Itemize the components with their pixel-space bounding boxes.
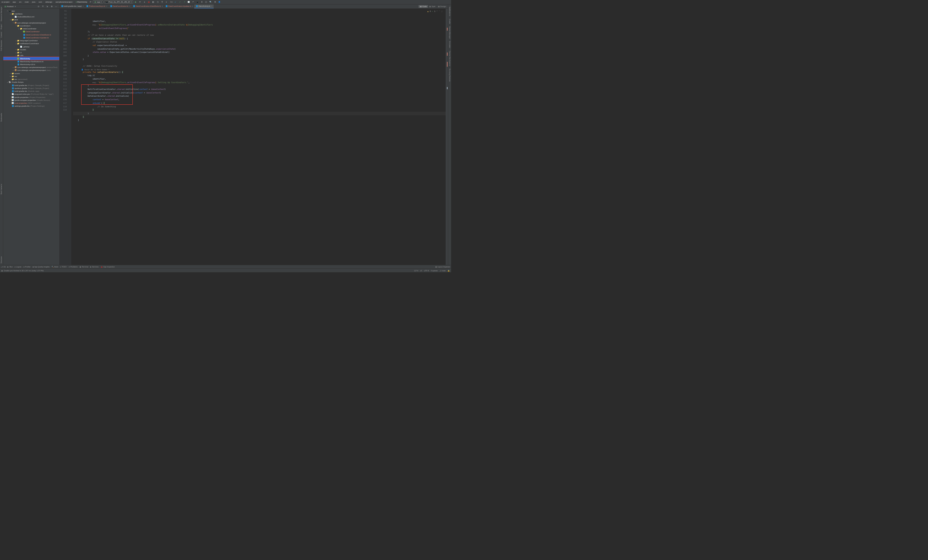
tree-node[interactable]: ▾📱app — [3, 9, 59, 12]
account-icon[interactable]: 👤 — [218, 0, 221, 4]
close-tab-icon[interactable]: × — [192, 5, 193, 7]
git-update-icon[interactable]: ↙ — [174, 0, 177, 4]
right-gutter-emulator[interactable]: Emulator — [449, 40, 451, 50]
right-gutter-notifications[interactable]: Notifications — [449, 6, 451, 17]
tree-node[interactable]: 📘DataCoordinator+Update.kt — [3, 36, 59, 39]
toolwindow-app-quality-insights[interactable]: ◆App Quality Insights — [32, 266, 50, 268]
viewmode-split[interactable]: ▤ Split — [428, 5, 437, 8]
close-tab-icon[interactable]: × — [129, 5, 130, 7]
run-icon[interactable]: ▶ — [134, 0, 137, 4]
resource-manager-icon[interactable]: ◫ — [204, 0, 208, 4]
tree-node[interactable]: 📘MainActivity+Notifications.kt — [3, 60, 59, 63]
tree-node[interactable]: 📘spotless.gradle(Project: Sample_Project… — [3, 87, 59, 90]
right-gutter-running-devices[interactable]: Running Devices — [449, 67, 451, 83]
expand-all-icon[interactable]: ⇱ — [41, 5, 45, 8]
project-view-selector[interactable]: ▤ Android ▾ — [5, 6, 36, 8]
left-gutter-pull-requests[interactable]: Pull Requests — [0, 39, 3, 52]
breadcrumb-item[interactable]: samplestarterproject — [55, 1, 72, 3]
right-gutter-gradle[interactable]: Gradle — [449, 17, 451, 25]
left-gutter-bookmarks[interactable]: Bookmarks — [0, 112, 3, 123]
tree-node[interactable]: 📄.gitkeep — [3, 45, 59, 48]
toolwindow-todo[interactable]: ≡TODO — [60, 266, 66, 268]
git-history-icon[interactable]: 🕐 — [187, 0, 191, 4]
avd-manager-icon[interactable]: 📱 — [195, 0, 200, 4]
breadcrumb-item[interactable]: src — [19, 1, 21, 3]
editor-tab[interactable]: 📘PreferencesKeys.kt× — [85, 5, 108, 9]
right-gutter-device-file-explorer[interactable]: Device File Explorer — [449, 50, 451, 67]
run-config-dropdown[interactable]: ▤ app ▾ — [93, 0, 103, 3]
tree-node[interactable]: 📄AndroidManifest.xml — [3, 15, 59, 18]
tree-node[interactable]: ▸📁res — [3, 75, 59, 78]
git-rollback-icon[interactable]: ↶ — [191, 0, 195, 4]
close-tab-icon[interactable]: × — [82, 5, 84, 7]
coverage-icon[interactable]: ◧ — [151, 0, 155, 4]
stop-icon[interactable]: ■ — [165, 0, 168, 4]
toolwindow-app-inspection[interactable]: 🐞App Inspection — [101, 266, 115, 268]
left-gutter-project[interactable]: Project — [0, 23, 3, 31]
tree-node[interactable]: 🟢MainActivity — [3, 57, 59, 60]
project-tree[interactable]: ▾📱app▾📁manifests📄AndroidManifest.xml▾📁ja… — [3, 9, 59, 264]
line-separator[interactable]: LF — [420, 270, 422, 272]
apply-changes-icon[interactable]: ⟳ — [138, 0, 142, 4]
git-push-icon[interactable]: ↗ — [182, 0, 186, 4]
tree-node[interactable]: ▾📁coordinators — [3, 24, 59, 27]
breadcrumb-item[interactable]: er-project — [2, 1, 10, 3]
tree-node[interactable]: ▾📁manifests — [3, 12, 59, 15]
tree-node[interactable]: ▸📁notificationCoordinator — [3, 42, 59, 45]
editor-tab[interactable]: 📘DataCoordinator+Update.kt× — [164, 5, 194, 9]
indent-settings[interactable]: 4 spaces — [431, 270, 438, 272]
breadcrumb-item[interactable]: com — [39, 1, 42, 3]
close-tab-icon[interactable]: × — [106, 5, 107, 7]
tree-node[interactable]: 📄proguard-rules.pro(ProGuard Rules for "… — [3, 93, 59, 96]
toolwindow-terminal[interactable]: ▣Terminal — [79, 266, 88, 268]
breadcrumb-item[interactable]: java — [32, 1, 35, 3]
right-gutter-device-manager[interactable]: Device Manager — [449, 25, 451, 40]
git-branch[interactable]: ⎇ main — [440, 270, 446, 272]
tree-node[interactable]: ▾🐘Gradle Scripts — [3, 81, 59, 84]
device-dropdown[interactable]: 📱 Pixel_3a_API_33_x86_64 ▾ — [104, 0, 133, 3]
left-gutter-resource-manager[interactable]: Resource Manager — [0, 6, 3, 23]
viewmode-code[interactable]: ▤ Code — [418, 5, 428, 8]
breadcrumb-item[interactable]: main — [25, 1, 29, 3]
settings-icon[interactable]: ⚙ — [213, 0, 217, 4]
tree-node[interactable]: ▸📁languageCoordinator — [3, 39, 59, 42]
tree-node[interactable]: 📊gradle-wrapper.properties(Gradle Versio… — [3, 99, 59, 102]
toolwindow-services[interactable]: ▶Services — [90, 266, 99, 268]
tree-node[interactable]: ▸📦com.delasign.samplestarterproject(andr… — [3, 66, 59, 69]
tree-node[interactable]: 🟢DataCoordinator — [3, 30, 59, 33]
attach-debugger-icon[interactable]: ⚲ — [160, 0, 164, 4]
tree-node[interactable]: 📘MainActivity+UI.kt — [3, 63, 59, 66]
toolwindow-run[interactable]: ▶Run — [8, 266, 12, 268]
editor-scrollbar[interactable] — [446, 9, 448, 264]
left-gutter-build-variants[interactable]: Build Variants — [0, 183, 3, 195]
tree-node[interactable]: 📁res(generated) — [3, 78, 59, 81]
tree-node[interactable]: ▸📁models — [3, 48, 59, 51]
breadcrumb-item[interactable]: app — [12, 1, 16, 3]
editor-tab[interactable]: 📘DataCoordinator+DataStore.kt× — [131, 5, 164, 9]
viewmode-design[interactable]: ▤ Design — [437, 5, 447, 8]
close-tab-icon[interactable]: × — [162, 5, 163, 7]
select-opened-icon[interactable]: ⊙ — [37, 5, 41, 8]
close-tab-icon[interactable]: × — [211, 5, 212, 7]
inspection-indicators[interactable]: ▲3 ✓1 ^ ˅ ⋮ — [427, 10, 443, 13]
tree-node[interactable]: ▾📦com.delasign.samplestarterproject — [3, 21, 59, 24]
tree-node[interactable]: 📊gradle.properties(Project Properties) — [3, 96, 59, 99]
tree-node[interactable]: 📘DataCoordinator+DataStore.kt — [3, 33, 59, 36]
tree-node[interactable]: 📘build.gradle.kts(Module :app) — [3, 90, 59, 93]
cursor-position[interactable]: 117:6 — [414, 270, 418, 272]
left-gutter-structure[interactable]: Structure — [0, 255, 3, 264]
tree-node[interactable]: 📘settings.gradle.kts(Project Settings) — [3, 105, 59, 108]
gear-icon[interactable]: ⚙ — [50, 5, 54, 8]
tree-node[interactable]: ▸📁utils — [3, 54, 59, 57]
tree-node[interactable]: ▸📁assets — [3, 72, 59, 75]
readonly-lock-icon[interactable]: 🔒 — [447, 270, 450, 272]
code-editor[interactable]: ▲3 ✓1 ^ ˅ ⋮ identifier, msg: "${Debuggin… — [71, 9, 446, 264]
toolwindow-git[interactable]: ⎇Git — [1, 266, 6, 268]
collapse-all-icon[interactable]: ⇲ — [46, 5, 49, 8]
profile-icon[interactable]: ◷ — [156, 0, 160, 4]
breadcrumb-item[interactable]: delasign — [46, 1, 52, 3]
sdk-manager-icon[interactable]: ⬇ — [200, 0, 204, 4]
tree-node[interactable]: ▸📦com.delasign.samplestarterproject(test… — [3, 69, 59, 72]
git-commit-icon[interactable]: ✓ — [178, 0, 182, 4]
search-icon[interactable]: 🔍 — [209, 0, 213, 4]
